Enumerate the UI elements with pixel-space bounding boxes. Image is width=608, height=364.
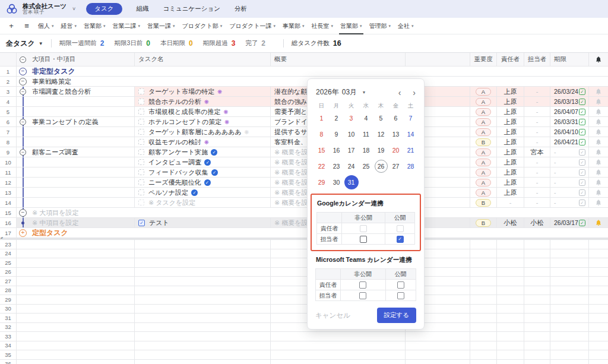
due-calendar-icon[interactable]: ✓ <box>579 159 585 166</box>
assignee-cell[interactable]: 宮本 <box>524 147 550 157</box>
calendar-day[interactable]: 17 <box>344 142 359 158</box>
calendar-day[interactable]: 3 <box>344 110 359 126</box>
task-label[interactable]: ホテルコンセプトの策定 <box>148 118 221 126</box>
owner-cell[interactable]: 上原 <box>497 97 524 107</box>
notification-bell-icon[interactable] <box>595 138 602 145</box>
filter-stat[interactable]: 期限一週間前2 <box>59 39 104 48</box>
assignee-cell[interactable]: - <box>524 167 550 178</box>
submit-button[interactable]: 設定する <box>377 308 417 323</box>
task-label[interactable]: 顧客アンケート実施 <box>148 148 208 157</box>
cancel-button[interactable]: キャンセル <box>315 311 350 320</box>
task-cell[interactable]: ターゲット顧客層にあああああ❋ <box>135 127 271 137</box>
task-cell[interactable]: 競合ホテルの分析❋ <box>135 97 271 107</box>
calendar-day[interactable]: 12 <box>373 126 388 142</box>
calendar-day[interactable]: 14 <box>403 126 418 142</box>
task-label[interactable]: 市場規模と成長率の推定 <box>148 107 221 116</box>
task-checkbox[interactable] <box>138 99 144 105</box>
task-checkbox[interactable] <box>138 169 144 175</box>
assignee-cell[interactable]: - <box>524 97 550 107</box>
task-label[interactable]: フィードバック収集 <box>148 168 208 177</box>
due-calendar-icon[interactable]: ✓ <box>579 139 585 145</box>
due-calendar-icon[interactable]: ✓ <box>579 88 585 95</box>
split-handle-icon[interactable]: ▴▾ <box>1 236 2 239</box>
notification-bell-icon[interactable] <box>595 199 602 206</box>
assignee-cell[interactable]: 小松 <box>524 218 550 228</box>
priority-badge[interactable]: A <box>476 118 491 126</box>
due-cell[interactable]: -✓ <box>550 188 589 198</box>
due-cell[interactable]: -✓ <box>550 167 589 178</box>
assignee-cell[interactable]: - <box>524 127 550 137</box>
task-cell[interactable]: インタビュー調査✓ <box>135 157 271 167</box>
due-cell[interactable]: -✓ <box>550 178 589 188</box>
due-calendar-icon[interactable]: ✓ <box>579 169 585 176</box>
owner-cell[interactable]: 上原 <box>497 107 524 117</box>
google-public-checkbox[interactable]: ✓ <box>397 236 404 243</box>
notification-bell-icon[interactable] <box>595 169 602 176</box>
assignee-cell[interactable]: - <box>524 188 550 198</box>
priority-badge[interactable]: A <box>476 159 491 166</box>
task-cell[interactable]: フィードバック収集✓ <box>135 167 271 178</box>
tab-管理部-10[interactable]: 管理部▾ <box>369 18 391 34</box>
task-label[interactable]: ターゲット顧客層にあああああ <box>148 128 242 137</box>
month-selector[interactable]: 2026年 03月 ▾ <box>316 87 365 97</box>
toggle-group-icon[interactable]: − <box>19 78 27 86</box>
notification-bell-icon[interactable] <box>595 189 602 196</box>
task-cell[interactable]: ✓テスト <box>135 218 271 228</box>
notification-bell-icon[interactable] <box>595 118 602 125</box>
calendar-day[interactable]: 2 <box>329 110 344 126</box>
due-calendar-icon[interactable]: ✓ <box>579 189 585 196</box>
task-cell[interactable]: 顧客アンケート実施✓ <box>135 147 271 157</box>
tab-営業部-9[interactable]: 営業部▾ <box>340 18 362 34</box>
task-cell[interactable]: ※ タスクを設定 <box>135 198 271 208</box>
calendar-day[interactable]: 4 <box>359 110 373 126</box>
task-label[interactable]: テスト <box>149 219 169 227</box>
tab-個人-0[interactable]: 個人▾ <box>38 18 54 34</box>
task-label[interactable]: ペルソナ設定 <box>148 188 188 197</box>
calendar-day[interactable]: 13 <box>388 126 403 142</box>
due-cell[interactable]: 26/04/21✓ <box>550 137 589 147</box>
notification-bell-icon[interactable] <box>595 108 602 115</box>
owner-cell[interactable]: 上原 <box>497 188 524 198</box>
assignee-cell[interactable]: - <box>524 198 550 208</box>
calendar-day[interactable]: 9 <box>329 126 344 142</box>
menu-icon[interactable]: ≡ <box>23 21 31 30</box>
task-checkbox[interactable] <box>138 179 144 185</box>
task-cell[interactable]: ニーズ優先順位化✓ <box>135 178 271 188</box>
task-checkbox[interactable] <box>138 149 144 155</box>
notification-bell-icon[interactable] <box>595 179 602 186</box>
notification-bell-icon[interactable] <box>595 159 602 166</box>
filter-stat[interactable]: 期限3日前0 <box>114 39 150 48</box>
calendar-day[interactable]: 10 <box>344 126 359 142</box>
toggle-section-icon[interactable]: − <box>19 68 27 75</box>
owner-cell[interactable]: 上原 <box>497 147 524 157</box>
task-label[interactable]: ターゲット市場の特定 <box>148 87 214 96</box>
owner-cell[interactable]: 上原 <box>497 137 524 147</box>
assignee-cell[interactable]: - <box>524 107 550 117</box>
task-cell[interactable]: ホテルコンセプトの策定❋ <box>135 117 271 127</box>
toggle-midgroup-icon[interactable]: − <box>20 119 26 125</box>
priority-badge[interactable]: B <box>476 219 491 227</box>
due-cell[interactable]: -✓ <box>550 198 589 208</box>
teams-private-checkbox[interactable] <box>359 292 366 299</box>
tab-営業部-2[interactable]: 営業部▾ <box>84 18 106 34</box>
task-checkbox[interactable] <box>138 109 144 115</box>
due-cell[interactable]: 26/04/10✓ <box>550 127 589 137</box>
notification-bell-icon[interactable] <box>595 88 602 95</box>
priority-badge[interactable]: A <box>476 128 491 136</box>
google-private-checkbox[interactable] <box>360 236 367 243</box>
task-label[interactable]: 収益モデルの検討 <box>148 138 201 147</box>
tab-プロダクト一課-6[interactable]: プロダクト一課▾ <box>229 18 276 34</box>
task-cell[interactable]: 収益モデルの検討❋ <box>135 137 271 147</box>
topnav-item-default[interactable]: 分析 <box>235 5 247 13</box>
topnav-item-default[interactable]: 組織 <box>137 5 149 13</box>
calendar-day[interactable]: 24 <box>344 158 359 174</box>
teams-private-checkbox[interactable] <box>359 281 366 289</box>
assignee-cell[interactable]: - <box>524 117 550 127</box>
filter-stat[interactable]: 完了2 <box>245 39 265 48</box>
assignee-cell[interactable]: - <box>524 137 550 147</box>
due-calendar-icon[interactable]: ✓ <box>579 129 585 135</box>
calendar-day[interactable]: 8 <box>314 126 329 142</box>
owner-cell[interactable]: 上原 <box>497 167 524 178</box>
collapse-all-icon[interactable]: − <box>20 56 26 63</box>
notification-bell-icon[interactable] <box>595 56 602 63</box>
